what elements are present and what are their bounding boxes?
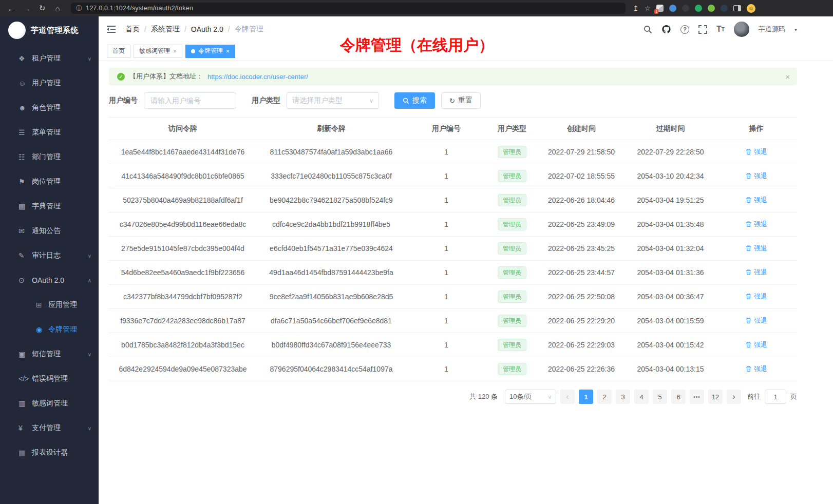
force-logout-button[interactable]: 强退 xyxy=(745,292,767,301)
extension-icon-1[interactable]: 1 xyxy=(656,5,664,12)
help-icon[interactable]: ? xyxy=(680,25,689,34)
cell-create-time: 2022-06-25 23:45:25 xyxy=(537,237,626,261)
force-logout-button[interactable]: 强退 xyxy=(745,220,767,229)
browser-forward-button[interactable]: → xyxy=(21,4,33,13)
force-logout-button[interactable]: 强退 xyxy=(745,171,767,181)
user-id-input[interactable] xyxy=(144,92,236,109)
browser-back-button[interactable]: ← xyxy=(5,4,17,13)
force-logout-button[interactable]: 强退 xyxy=(745,147,767,157)
sidebar-item-menu[interactable]: ☰菜单管理 xyxy=(0,120,99,145)
table-row: 502375b8040a469a9b82188afdf6af1fbe90422b… xyxy=(109,188,797,212)
page-ellipsis[interactable]: ••• xyxy=(690,390,704,404)
report-designer-icon: ▦ xyxy=(18,449,32,457)
sidebar-item-dept[interactable]: ☷部门管理 xyxy=(0,145,99,169)
cell-action: 强退 xyxy=(715,188,797,212)
force-logout-button[interactable]: 强退 xyxy=(745,364,767,374)
alert-doc-link[interactable]: https://doc.iocoder.cn/user-center/ xyxy=(207,73,308,81)
page-button-1[interactable]: 1 xyxy=(579,390,593,404)
share-icon[interactable]: ↥ xyxy=(633,4,639,12)
user-type-label: 用户类型 xyxy=(252,96,280,105)
force-logout-button[interactable]: 强退 xyxy=(745,244,767,253)
tab-sensitive-word[interactable]: 敏感词管理× xyxy=(134,45,182,58)
tab-close-icon[interactable]: × xyxy=(173,48,177,55)
breadcrumb-item-3[interactable]: OAuth 2.0 xyxy=(191,25,223,33)
sidebar-item-role[interactable]: ☻角色管理 xyxy=(0,95,99,120)
tab-close-icon[interactable]: × xyxy=(226,48,230,55)
site-info-icon[interactable]: ⓘ xyxy=(76,4,82,13)
collapse-menu-icon[interactable] xyxy=(107,25,116,33)
pay-yen-icon: ¥ xyxy=(18,424,32,432)
browser-home-button[interactable]: ⌂ xyxy=(51,4,64,13)
user-menu-caret-icon[interactable]: ▾ xyxy=(794,27,797,32)
page-button-6[interactable]: 6 xyxy=(671,390,686,404)
sidebar-item-dict[interactable]: ▤字典管理 xyxy=(0,194,99,219)
user-avatar[interactable] xyxy=(734,22,749,37)
page-button-2[interactable]: 2 xyxy=(597,390,612,404)
sidebar-item-sensitive-word[interactable]: ▥敏感词管理 xyxy=(0,391,99,416)
page-button-12[interactable]: 12 xyxy=(708,390,723,404)
sidebar-item-report[interactable]: ▦报表设计器 xyxy=(0,440,99,465)
tab-home[interactable]: 首页 xyxy=(107,45,130,58)
breadcrumb-item-1[interactable]: 首页 xyxy=(125,25,140,34)
extension-icon-6[interactable] xyxy=(721,5,728,12)
cell-user-type: 管理员 xyxy=(487,333,537,357)
sidebar-item-oauth2[interactable]: ⊙OAuth 2.0∧ xyxy=(0,268,99,293)
active-tab-dot xyxy=(191,49,195,53)
extension-icon-3[interactable] xyxy=(682,5,689,12)
sidebar-item-audit[interactable]: ✎审计日志∨ xyxy=(0,243,99,268)
sidebar-item-sms[interactable]: ▣短信管理∨ xyxy=(0,342,99,366)
bookmark-star-icon[interactable]: ☆ xyxy=(645,4,651,12)
force-logout-button[interactable]: 强退 xyxy=(745,268,767,277)
table-row: c347026e805e4d99b0d116eae66eda8ccdfc4ce9… xyxy=(109,212,797,237)
sidebar-item-post[interactable]: ⚑岗位管理 xyxy=(0,169,99,194)
sidebar-item-pay[interactable]: ¥支付管理∨ xyxy=(0,416,99,440)
user-name[interactable]: 芋道源码 xyxy=(759,25,785,34)
breadcrumb-separator: / xyxy=(184,25,186,33)
search-icon[interactable] xyxy=(643,25,652,34)
user-type-select[interactable]: 请选择用户类型 ∨ xyxy=(287,92,379,109)
sidebar-item-error-code[interactable]: </>错误码管理 xyxy=(0,366,99,391)
force-logout-icon xyxy=(745,317,752,324)
page-size-value: 10条/页 xyxy=(509,392,532,401)
prev-page-button[interactable]: ‹ xyxy=(560,390,575,404)
sidebar-item-oauth2-token[interactable]: ◉令牌管理 xyxy=(0,317,99,342)
sidebar-item-label: 部门管理 xyxy=(32,152,91,162)
cell-expire-time: 2054-03-10 20:42:34 xyxy=(626,164,715,188)
alert-close-icon[interactable]: × xyxy=(785,72,790,81)
force-logout-icon xyxy=(745,148,752,155)
sidebar-item-notice[interactable]: ✉通知公告 xyxy=(0,219,99,243)
breadcrumb-separator: / xyxy=(228,25,230,33)
page-button-5[interactable]: 5 xyxy=(653,390,667,404)
side-panel-icon[interactable] xyxy=(733,5,741,11)
sidebar-item-oauth2-app[interactable]: ⊞应用管理 xyxy=(0,293,99,317)
force-logout-label: 强退 xyxy=(754,196,767,205)
tab-token[interactable]: 令牌管理× xyxy=(185,45,235,58)
address-bar[interactable]: ⓘ 127.0.0.1:1024/system/oauth2/token xyxy=(71,3,626,14)
sidebar-item-tenant[interactable]: ❖租户管理∨ xyxy=(0,46,99,71)
browser-profile-avatar[interactable]: ☺ xyxy=(747,4,755,13)
font-size-icon[interactable]: TT xyxy=(716,25,725,34)
reset-button[interactable]: ↻ 重置 xyxy=(441,92,481,109)
force-logout-button[interactable]: 强退 xyxy=(745,316,767,325)
page-button-4[interactable]: 4 xyxy=(634,390,649,404)
page-content: ✓ 【用户体系】文档地址： https://doc.iocoder.cn/use… xyxy=(99,61,833,504)
sidebar-item-label: 通知公告 xyxy=(32,226,91,236)
cell-access-token: 502375b8040a469a9b82188afdf6af1f xyxy=(109,188,257,212)
column-header-6: 过期时间 xyxy=(626,118,715,140)
search-button[interactable]: 搜索 xyxy=(394,92,435,109)
goto-page-input[interactable] xyxy=(765,390,786,404)
breadcrumb-item-2[interactable]: 系统管理 xyxy=(151,25,180,34)
force-logout-button[interactable]: 强退 xyxy=(745,340,767,350)
extension-icon-5[interactable] xyxy=(708,5,715,12)
extension-icon-4[interactable] xyxy=(695,5,702,12)
browser-reload-button[interactable]: ↻ xyxy=(36,4,48,13)
extension-icon-2[interactable] xyxy=(669,5,676,12)
page-button-3[interactable]: 3 xyxy=(616,390,630,404)
fullscreen-icon[interactable] xyxy=(698,25,707,34)
github-icon[interactable] xyxy=(661,25,671,34)
app-logo-row[interactable]: 芋道管理系统 xyxy=(0,16,99,44)
force-logout-button[interactable]: 强退 xyxy=(745,196,767,205)
page-size-select[interactable]: 10条/页 ∨ xyxy=(505,390,556,404)
next-page-button[interactable]: › xyxy=(727,390,741,404)
sidebar-item-user[interactable]: ☺用户管理 xyxy=(0,71,99,95)
